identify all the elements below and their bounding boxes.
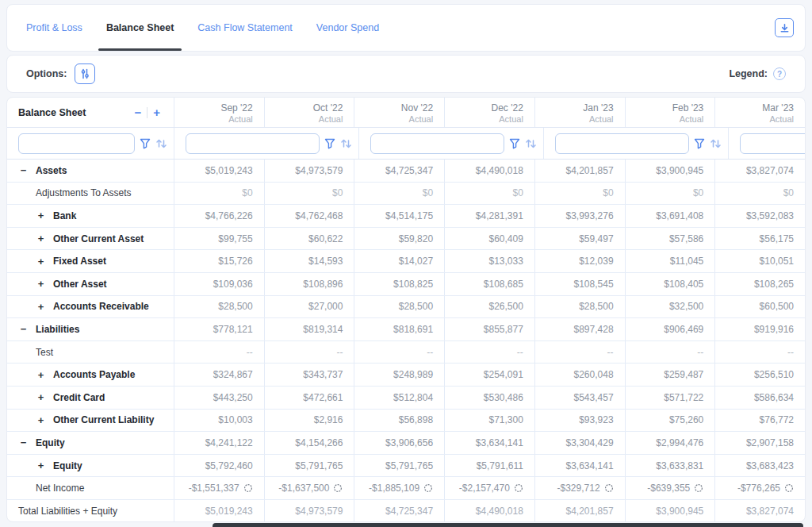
value-text: $3,634,141 — [476, 437, 523, 448]
horizontal-scrollbar[interactable] — [213, 523, 803, 527]
sort-icon[interactable] — [525, 138, 537, 149]
value-text: $248,989 — [393, 369, 433, 380]
cell-value: -$1,637,500 — [264, 477, 354, 499]
filter-input[interactable] — [555, 133, 689, 154]
help-icon[interactable]: ? — [773, 67, 786, 80]
filter-funnel-icon[interactable] — [140, 138, 151, 149]
value-text: $819,314 — [303, 324, 343, 335]
expand-row-icon[interactable]: + — [36, 301, 46, 313]
row-label-cell: +Accounts Payable — [7, 364, 174, 386]
filter-cell — [174, 128, 358, 159]
filter-input[interactable] — [740, 133, 806, 154]
cell-value: $3,827,074 — [714, 160, 805, 182]
cell-value: $15,726 — [174, 250, 264, 272]
collapse-all-button[interactable]: − — [128, 106, 147, 118]
cell-value: $3,592,083 — [714, 205, 805, 227]
cell-value: $108,545 — [534, 273, 625, 295]
value-text: $76,772 — [760, 414, 794, 425]
table-row-credit-card: +Credit Card$443,250$472,661$512,804$530… — [7, 387, 805, 410]
cell-value: $4,766,226 — [174, 205, 264, 227]
filter-funnel-icon[interactable] — [694, 138, 705, 149]
value-text: $15,726 — [218, 256, 252, 267]
cell-value: $28,500 — [354, 296, 444, 318]
value-text: -- — [427, 347, 433, 358]
tab-cash-flow-statement[interactable]: Cash Flow Statement — [197, 5, 293, 51]
cell-value: $5,791,765 — [264, 455, 354, 477]
table-row-adjustments-to-assets: Adjustments To Assets$0$0$0$0$0$0$0 — [7, 183, 805, 206]
value-text: $0 — [603, 187, 613, 198]
collapse-row-icon[interactable]: − — [18, 323, 29, 335]
expand-row-icon[interactable]: + — [36, 391, 46, 403]
cell-value: $512,804 — [354, 387, 444, 409]
value-text: $0 — [783, 187, 794, 198]
row-label-cell: +Bank — [7, 205, 174, 227]
filter-input[interactable] — [18, 133, 135, 154]
cell-value: $2,916 — [264, 410, 354, 432]
table-row-other-current-liability: +Other Current Liability$10,003$2,916$56… — [7, 410, 805, 433]
filter-funnel-icon[interactable] — [324, 138, 335, 149]
expand-row-icon[interactable]: + — [36, 233, 46, 244]
cell-value: $93,923 — [534, 410, 625, 432]
cell-value: $3,993,276 — [534, 205, 625, 227]
value-text: $3,827,074 — [746, 506, 794, 517]
cell-value: $254,091 — [444, 364, 534, 386]
cell-value: -- — [174, 341, 264, 364]
table-header-row: Balance Sheet − + Sep '22ActualOct '22Ac… — [7, 98, 805, 128]
tab-profit-loss[interactable]: Profit & Loss — [26, 5, 82, 51]
expand-row-icon[interactable]: + — [36, 278, 46, 290]
value-text: -$639,355 — [647, 483, 690, 494]
value-text: $4,241,122 — [205, 437, 253, 448]
table-row-equity: −Equity$4,241,122$4,154,266$3,906,656$3,… — [7, 432, 805, 455]
value-text: $60,409 — [488, 233, 523, 244]
collapse-row-icon[interactable]: − — [18, 164, 29, 176]
balance-sheet-table: Balance Sheet − + Sep '22ActualOct '22Ac… — [6, 97, 806, 522]
value-text: $10,051 — [760, 256, 794, 267]
cell-value: $0 — [174, 183, 264, 205]
cell-value: $3,634,141 — [534, 455, 625, 477]
cell-value: $28,500 — [534, 296, 625, 318]
value-text: -- — [247, 347, 253, 358]
row-label: Liabilities — [36, 324, 79, 335]
expand-row-icon[interactable]: + — [36, 414, 46, 426]
value-text: $14,027 — [399, 256, 433, 267]
sort-icon[interactable] — [340, 138, 352, 149]
value-text: $512,804 — [393, 392, 433, 403]
options-button[interactable] — [75, 63, 95, 84]
tab-balance-sheet[interactable]: Balance Sheet — [106, 5, 174, 51]
filter-input[interactable] — [186, 133, 320, 154]
options-bar: Options: Legend: ? — [6, 55, 806, 93]
cell-value: $3,900,945 — [625, 160, 715, 182]
value-text: $4,281,391 — [476, 210, 523, 221]
value-text: $60,622 — [308, 233, 343, 244]
cell-value: $5,019,243 — [174, 160, 264, 182]
value-text: $2,994,476 — [656, 437, 703, 448]
expand-row-icon[interactable]: + — [36, 210, 46, 221]
value-text: $56,175 — [760, 233, 794, 244]
cell-value: $26,500 — [444, 296, 534, 318]
expand-row-icon[interactable]: + — [36, 369, 46, 381]
value-text: $5,792,460 — [205, 460, 253, 471]
tab-vendor-spend[interactable]: Vendor Spend — [316, 5, 379, 51]
cell-value: $4,973,579 — [264, 500, 354, 522]
expand-all-button[interactable]: + — [147, 106, 166, 118]
table-row-bank: +Bank$4,766,226$4,762,468$4,514,175$4,28… — [7, 205, 805, 228]
expand-row-icon[interactable]: + — [36, 256, 46, 267]
sort-icon[interactable] — [155, 138, 167, 149]
filter-cell — [358, 128, 543, 159]
cell-value: $57,586 — [625, 228, 715, 250]
column-header-dec-22: Dec '22Actual — [444, 98, 534, 127]
filter-input[interactable] — [370, 133, 504, 154]
download-button[interactable] — [775, 18, 794, 37]
column-header-oct-22: Oct '22Actual — [264, 98, 354, 127]
cell-value: $543,457 — [534, 387, 625, 409]
column-month-label: Jan '23 — [583, 102, 613, 113]
column-scenario-label: Actual — [589, 114, 614, 124]
filter-funnel-icon[interactable] — [509, 138, 520, 149]
cell-value: $108,405 — [625, 273, 715, 295]
value-text: -$1,637,500 — [278, 483, 329, 494]
cell-value: $3,634,141 — [444, 432, 534, 454]
value-text: $109,036 — [213, 279, 253, 290]
expand-row-icon[interactable]: + — [36, 460, 46, 471]
sort-icon[interactable] — [710, 138, 722, 149]
collapse-row-icon[interactable]: − — [18, 437, 29, 448]
